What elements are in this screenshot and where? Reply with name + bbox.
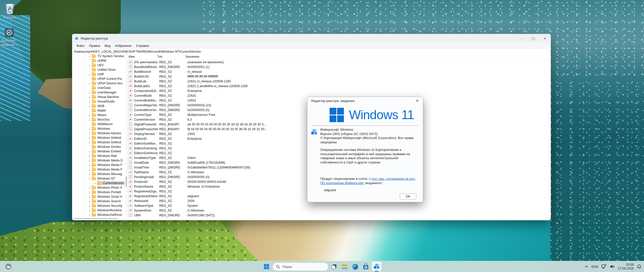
tree-item-wab[interactable]: ›WAB bbox=[72, 104, 125, 108]
tree-expander-icon[interactable]: › bbox=[88, 199, 91, 203]
tree-expander-icon[interactable]: › bbox=[88, 168, 91, 172]
tree-item-windows[interactable]: ›Windows bbox=[72, 126, 125, 131]
registry-value-row-по-умолчанию[interactable]: ab(По умолчанию)REG_SZ(значение не присв… bbox=[128, 60, 551, 64]
desktop-icon-info-file[interactable]: Дополнит... сведения ... bbox=[0, 28, 21, 47]
tree-expander-icon[interactable]: › bbox=[88, 172, 91, 176]
tree-item-windows-photo-v[interactable]: ›Windows Photo V bbox=[72, 185, 125, 190]
registry-value-row-ubr[interactable]: 011110UBRREG_DWORD0x00001560 (5472) bbox=[128, 213, 551, 218]
tree-item-unp[interactable]: ›UNP bbox=[72, 72, 125, 77]
tree-expander-icon[interactable]: › bbox=[88, 82, 91, 85]
tree-item-userdata[interactable]: UserData bbox=[72, 86, 125, 90]
menu-item-избранное[interactable]: Избранное bbox=[113, 44, 134, 48]
tree-item-windowsselfhost[interactable]: ›WindowsSelfHost bbox=[72, 213, 125, 217]
dialog-close-button[interactable]: × bbox=[412, 97, 423, 105]
tree-horizontal-scrollbar[interactable] bbox=[73, 218, 118, 219]
tree-expander-icon[interactable]: › bbox=[88, 204, 91, 208]
column-header-type[interactable]: Тип bbox=[156, 54, 184, 59]
registry-value-row-buildbranch[interactable]: abBuildBranchREG_SZni_release bbox=[128, 69, 551, 74]
tree-expander-icon[interactable]: › bbox=[88, 177, 92, 180]
tree-item-windows-security[interactable]: ›Windows Security bbox=[72, 203, 125, 208]
tree-item-windows-portabl[interactable]: ›Windows Portabl bbox=[72, 190, 125, 194]
file-explorer-button[interactable] bbox=[341, 263, 348, 270]
tree-expander-icon[interactable]: › bbox=[88, 100, 91, 104]
tree-item-tv-system-service[interactable]: ›TV System Service bbox=[72, 54, 125, 58]
menu-item-вид[interactable]: Вид bbox=[102, 44, 113, 48]
close-button[interactable]: × bbox=[539, 34, 551, 43]
tree-expander-icon[interactable]: › bbox=[88, 213, 91, 217]
registry-tree[interactable]: ›TV System ServiceuDRM›UEVUnified Store›… bbox=[72, 54, 125, 217]
column-header-name[interactable]: Имя bbox=[128, 54, 156, 59]
tree-expander-icon[interactable]: › bbox=[88, 104, 91, 108]
menu-item-правка[interactable]: Правка bbox=[87, 44, 102, 48]
tree-expander-icon[interactable]: › bbox=[88, 154, 91, 158]
tree-item-visualstudio[interactable]: ›VisualStudio bbox=[72, 99, 125, 104]
scrollbar-thumb[interactable] bbox=[126, 177, 127, 187]
tree-item-windows-mail[interactable]: ›Windows Mail bbox=[72, 154, 125, 158]
tree-expander-icon[interactable]: › bbox=[93, 181, 97, 185]
tree-expander-icon[interactable]: › bbox=[88, 91, 91, 94]
task-view-button[interactable] bbox=[331, 263, 337, 270]
registry-value-row-buildlabex[interactable]: abBuildLabExREG_SZ22621.1.amd64fre.ni_re… bbox=[128, 84, 551, 88]
maximize-button[interactable]: □ bbox=[528, 34, 539, 43]
microsoft-store-button[interactable] bbox=[362, 263, 369, 270]
tree-item-windows-media-f[interactable]: ›Windows Media F bbox=[72, 167, 125, 172]
tree-expander-icon[interactable]: › bbox=[88, 195, 91, 199]
language-indicator[interactable]: ENG bbox=[591, 265, 598, 268]
menu-item-файл[interactable]: Файл bbox=[74, 44, 87, 48]
tree-item-upnp-control-poi[interactable]: UPnP Control Poi bbox=[72, 77, 125, 81]
tree-item-uev[interactable]: ›UEV bbox=[72, 63, 125, 67]
tree-expander-icon[interactable]: › bbox=[88, 186, 91, 190]
tree-expander-icon[interactable]: › bbox=[88, 141, 91, 144]
tree-item-windows-script-h[interactable]: ›Windows Script H bbox=[72, 194, 125, 199]
registry-value-row-buildguid[interactable]: abBuildGUIDREG_SZffffffff-ffff-ffff-ffff… bbox=[128, 74, 551, 79]
tree-item-windows-deskto[interactable]: Windows Deskto bbox=[72, 145, 125, 149]
tree-item-wallet[interactable]: Wallet bbox=[72, 108, 125, 113]
tree-expander-icon[interactable]: › bbox=[88, 163, 91, 167]
tree-item-windows-messag[interactable]: ›Windows Messag bbox=[72, 172, 125, 176]
registry-value-row-softwaretype[interactable]: abSoftwareTypeREG_SZSystem bbox=[128, 203, 551, 208]
tree-item-wbem[interactable]: ›Wbem bbox=[72, 113, 125, 117]
tree-expander-icon[interactable]: › bbox=[88, 131, 91, 135]
tree-expander-icon[interactable]: › bbox=[88, 159, 91, 162]
tree-item-usermanager[interactable]: ›UserManager bbox=[72, 90, 125, 95]
tree-expander-icon[interactable]: › bbox=[88, 95, 91, 99]
tree-item-unified-store[interactable]: Unified Store bbox=[72, 67, 125, 72]
taskbar-clock[interactable]: 20:59 17.06.2025 bbox=[618, 263, 634, 270]
registry-value-row-systemroot[interactable]: abSystemRootREG_SZC:\Windows bbox=[128, 208, 551, 213]
tree-expander-icon[interactable]: › bbox=[88, 113, 91, 117]
tree-item-currentversion[interactable]: ›CurrentVersion bbox=[72, 181, 125, 185]
tree-item-upnp-device-hos[interactable]: ›UPnP Device Hos bbox=[72, 81, 125, 86]
tree-expander-icon[interactable]: › bbox=[88, 73, 91, 76]
tree-expander-icon[interactable]: › bbox=[88, 54, 91, 58]
tree-item-wcmsvc[interactable]: ›WcmSvc bbox=[72, 117, 125, 122]
tree-item-windows-nt[interactable]: ›Windows NT bbox=[72, 176, 125, 181]
registry-value-row-basebuildrevisi[interactable]: 011110BaseBuildRevisi...REG_DWORD0x00000… bbox=[128, 64, 551, 69]
dialog-titlebar[interactable]: Редактор реестра: сведения × bbox=[307, 97, 423, 105]
tree-item-virtual-machine[interactable]: ›Virtual Machine bbox=[72, 95, 125, 99]
tree-expander-icon[interactable]: › bbox=[88, 63, 91, 67]
notification-bell-icon[interactable]: z bbox=[637, 264, 641, 269]
registry-editor-taskbar-button[interactable] bbox=[372, 262, 381, 271]
volume-icon[interactable] bbox=[610, 264, 615, 269]
minimize-button[interactable]: – bbox=[516, 34, 528, 43]
tree-item-windows-media-f[interactable]: ›Windows Media F bbox=[72, 163, 125, 167]
tree-item-windows-embed[interactable]: ›Windows Embed bbox=[72, 149, 125, 154]
taskbar-search[interactable]: Поиск bbox=[273, 263, 328, 271]
tree-item-windows-defend[interactable]: ›Windows Defend bbox=[72, 135, 125, 140]
tree-item-windowsruntime[interactable]: ›WindowsRuntime bbox=[72, 208, 125, 213]
widgets-button[interactable] bbox=[5, 263, 12, 271]
tray-chevron-up-icon[interactable] bbox=[585, 265, 588, 268]
menu-item-справка[interactable]: Справка bbox=[134, 44, 151, 48]
tree-expander-icon[interactable]: › bbox=[88, 150, 91, 153]
edge-browser-button[interactable] bbox=[352, 263, 358, 270]
registry-value-row-buildlab[interactable]: abBuildLabREG_SZ22621.ni_release.220506-… bbox=[128, 79, 551, 84]
tree-expander-icon[interactable]: › bbox=[88, 136, 91, 140]
desktop-icon-recycle-bin[interactable]: Корзина bbox=[0, 3, 21, 20]
tree-item-windows-defend[interactable]: ›Windows Defend bbox=[72, 140, 125, 145]
window-titlebar[interactable]: Редактор реестра – □ × bbox=[72, 34, 551, 43]
tree-expander-icon[interactable]: › bbox=[88, 209, 91, 212]
address-bar[interactable]: Компьютер\HKEY_LOCAL_MACHINE\SOFTWARE\Mi… bbox=[72, 49, 551, 54]
start-button[interactable] bbox=[263, 263, 270, 270]
tree-item-wimmount[interactable]: WIMMount bbox=[72, 122, 125, 126]
tree-item-udrm[interactable]: uDRM bbox=[72, 58, 125, 63]
